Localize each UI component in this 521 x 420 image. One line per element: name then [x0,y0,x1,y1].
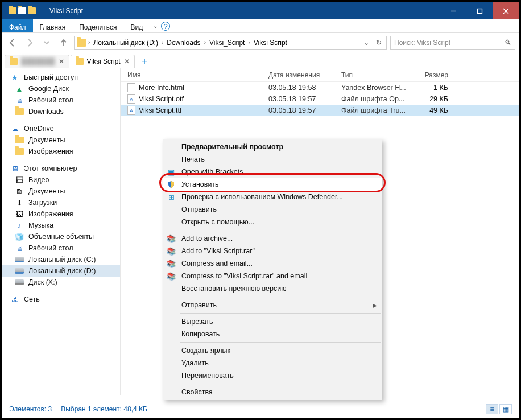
chevron-right-icon[interactable]: › [162,39,163,46]
sidebar-item[interactable]: Downloads [2,106,120,117]
address-dropdown-button[interactable]: ⌄ [360,36,373,49]
title-bar: Viksi Script [2,2,519,19]
ctx-delete[interactable]: Удалить [163,357,382,369]
sidebar-item[interactable]: 🗎Документы [2,186,120,197]
font-file-icon: A [127,94,135,104]
sidebar-this-pc[interactable]: 🖥Этот компьютер [2,163,120,174]
breadcrumb-seg[interactable]: Downloads [164,39,202,47]
ribbon-tab-view[interactable]: Вид [123,19,150,32]
ctx-open-with[interactable]: Открыть с помощью... [163,216,382,228]
sidebar-item[interactable]: Изображения [2,146,120,157]
ribbon-tab-home[interactable]: Главная [33,19,73,32]
breadcrumb-seg[interactable]: Viksi_Script [207,39,247,47]
ctx-print[interactable]: Печать [163,153,382,166]
winrar-icon: 📚 [166,247,177,256]
sidebar-network[interactable]: 🖧Сеть [2,294,120,305]
col-header-name[interactable]: Имя [121,71,268,79]
file-row[interactable]: AViksi Script.ttf 03.05.18 19:57 Файл шр… [121,105,519,116]
context-menu: Предварительный просмотр Печать ▣Open wi… [163,139,382,400]
sidebar-item[interactable]: Диск (X:) [2,277,120,288]
sidebar-item[interactable]: ▲Google Диск [2,83,120,94]
search-input[interactable]: Поиск: Viksi Script 🔍︎ [390,36,515,50]
file-icon [127,83,135,92]
sidebar-item[interactable]: Локальный диск (D:) [2,265,120,277]
folder-tab-strip: ███████ ✕ Viksi Script ✕ + [2,52,519,68]
ctx-send-to[interactable]: Отправить▶ [163,299,382,311]
ribbon-tabs: Файл Главная Поделиться Вид ⌄ ? [2,19,519,33]
ctx-properties[interactable]: Свойства [163,386,382,398]
nav-back-button[interactable] [6,36,19,50]
ctx-open-brackets[interactable]: ▣Open with Brackets [163,166,382,178]
col-header-date[interactable]: Дата изменения [268,71,341,79]
minimize-button[interactable] [440,2,466,19]
close-button[interactable] [493,2,519,19]
status-bar: Элементов: 3 Выбран 1 элемент: 48,4 КБ ≡… [5,402,516,415]
help-icon[interactable]: ? [161,22,170,31]
nav-recent-button[interactable] [40,36,53,50]
ctx-cut[interactable]: Вырезать [163,315,382,328]
ctx-preview[interactable]: Предварительный просмотр [163,141,382,153]
folder-icon [9,7,16,14]
breadcrumb-seg[interactable]: Локальный диск (D:) [91,39,160,47]
new-tab-button[interactable]: + [136,56,154,68]
titlebar-app-icons [2,2,42,19]
view-icons-button[interactable]: ▦ [499,404,512,414]
file-row[interactable]: More Info.html 03.05.18 19:58 Yandex Bro… [121,82,519,93]
sidebar-item[interactable]: 🖼Изображения [2,208,120,220]
sidebar-item[interactable]: 🖥Рабочий стол [2,94,120,106]
font-file-icon: A [127,106,135,115]
col-header-type[interactable]: Тип [341,71,415,79]
winrar-icon: 📚 [166,272,177,281]
breadcrumb-bar[interactable]: › Локальный диск (D:) › Downloads › Viks… [74,36,387,50]
search-icon[interactable]: 🔍︎ [505,39,511,47]
folder-tab[interactable]: ███████ ✕ [5,55,69,68]
nav-up-button[interactable] [57,36,71,50]
sidebar-item[interactable]: 🎞Видео [2,174,120,186]
winrar-icon: 📚 [166,234,177,243]
refresh-button[interactable]: ↻ [373,36,385,49]
separator [46,6,46,15]
sidebar-quick-access[interactable]: ★Быстрый доступ [2,72,120,83]
ribbon-tab-file[interactable]: Файл [2,19,33,32]
navigation-pane: ★Быстрый доступ ▲Google Диск 🖥Рабочий ст… [2,68,121,395]
close-tab-icon[interactable]: ✕ [124,57,130,65]
window-controls [440,2,519,19]
view-details-button[interactable]: ≡ [486,404,498,414]
ctx-add-rar[interactable]: 📚Add to "Viksi Script.rar" [163,245,382,257]
address-bar: › Локальный диск (D:) › Downloads › Viks… [2,33,519,52]
chevron-right-icon[interactable]: › [88,39,90,46]
maximize-button[interactable] [466,2,493,19]
chevron-right-icon[interactable]: › [248,39,250,46]
breadcrumb-seg[interactable]: Viksi Script [251,39,290,47]
folder-tab-label: Viksi Script [87,57,121,65]
sidebar-item[interactable]: 🧊Объемные объекты [2,231,120,242]
col-header-size[interactable]: Размер [415,71,455,79]
ctx-install[interactable]: Установить [163,178,382,191]
window-frame: Viksi Script Файл Главная Поделиться Вид… [0,0,521,420]
sidebar-item[interactable]: Локальный диск (C:) [2,254,120,265]
file-row[interactable]: AViksi Script.otf 03.05.18 19:57 Файл шр… [121,93,519,105]
ctx-compress-email[interactable]: 📚Compress and email... [163,257,382,270]
svg-rect-0 [477,9,482,13]
ctx-rename[interactable]: Переименовать [163,369,382,382]
sidebar-item[interactable]: ⬇Загрузки [2,197,120,208]
ctx-add-archive[interactable]: 📚Add to archive... [163,232,382,245]
sidebar-item[interactable]: Документы [2,134,120,146]
chevron-right-icon[interactable]: › [204,39,206,46]
sidebar-item[interactable]: ♪Музыка [2,220,120,231]
nav-forward-button[interactable] [23,36,36,50]
ribbon-tab-share[interactable]: Поделиться [72,19,123,32]
sidebar-onedrive[interactable]: ☁OneDrive [2,123,120,134]
ctx-compress-rar-email[interactable]: 📚Compress to "Viksi Script.rar" and emai… [163,270,382,282]
ctx-create-shortcut[interactable]: Создать ярлык [163,344,382,357]
ribbon-expand-icon[interactable]: ⌄ [150,19,161,32]
close-tab-icon[interactable]: ✕ [59,57,64,65]
column-headers: Имя Дата изменения Тип Размер [121,68,519,82]
sidebar-item[interactable]: 🖥Рабочий стол [2,242,120,254]
folder-tab[interactable]: Viksi Script ✕ [71,55,135,68]
ctx-send[interactable]: Отправить [163,203,382,216]
ctx-copy[interactable]: Копировать [163,328,382,340]
ctx-restore-prev[interactable]: Восстановить прежнюю версию [163,282,382,295]
ctx-defender[interactable]: ⊞Проверка с использованием Windows Defen… [163,191,382,203]
folder-icon [10,58,18,65]
